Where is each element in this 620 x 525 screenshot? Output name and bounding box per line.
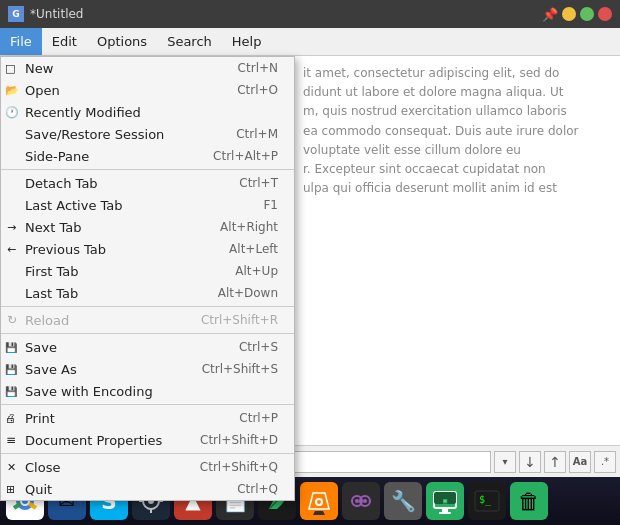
reload-icon: ↻ [7,313,17,327]
save-enc-icon: 💾 [5,386,17,397]
menu-save-restore[interactable]: Save/Restore Session Ctrl+M [1,123,294,145]
menu-help[interactable]: Help [222,28,272,55]
next-arrow-icon: → [7,221,16,234]
menu-new[interactable]: □ New Ctrl+N [1,57,294,79]
recently-icon: 🕐 [5,106,19,119]
prev-arrow-icon: ← [7,243,16,256]
app-icon: G [8,6,24,22]
window-title: *Untitled [30,7,83,21]
close-menu-icon: ✕ [7,461,16,474]
menu-recently-modified[interactable]: 🕐 Recently Modified [1,101,294,123]
menu-save-encoding[interactable]: 💾 Save with Encoding [1,380,294,402]
search-up-btn[interactable]: ↑ [544,451,566,473]
titlebar-left: G *Untitled [8,6,83,22]
editor-area[interactable]: it amet, consectetur adipiscing elit, se… [295,56,620,445]
separator-2 [1,306,294,307]
taskbar-terminal[interactable]: $_ [468,482,506,520]
menu-last-tab[interactable]: Last Tab Alt+Down [1,282,294,304]
menu-edit[interactable]: Edit [42,28,87,55]
titlebar: G *Untitled 📌 [0,0,620,28]
svg-point-14 [317,500,321,504]
menu-first-tab[interactable]: First Tab Alt+Up [1,260,294,282]
taskbar-owl[interactable] [342,482,380,520]
menu-detach-tab[interactable]: Detach Tab Ctrl+T [1,172,294,194]
main-area: □ New Ctrl+N 📂 Open Ctrl+O 🕐 Recently Mo… [0,56,620,445]
menu-save[interactable]: 💾 Save Ctrl+S [1,336,294,358]
svg-marker-12 [313,511,325,515]
new-icon: □ [5,62,15,75]
taskbar-monitor[interactable]: ▣ [426,482,464,520]
save-as-icon: 💾 [5,364,17,375]
menubar: File Edit Options Search Help [0,28,620,56]
quit-icon: ⊞ [6,483,15,496]
menu-options[interactable]: Options [87,28,157,55]
menu-file[interactable]: File [0,28,42,55]
search-down-btn[interactable]: ↓ [519,451,541,473]
case-sensitive-btn[interactable]: Aa [569,451,591,473]
menu-close[interactable]: ✕ Close Ctrl+Shift+Q [1,456,294,478]
menu-print[interactable]: 🖨 Print Ctrl+P [1,407,294,429]
pin-icon[interactable]: 📌 [542,7,558,22]
svg-rect-22 [439,512,451,514]
menu-reload: ↻ Reload Ctrl+Shift+R [1,309,294,331]
search-dropdown-btn[interactable]: ▾ [494,451,516,473]
print-icon: 🖨 [5,412,16,425]
svg-point-17 [355,499,359,503]
menu-quit[interactable]: ⊞ Quit Ctrl+Q [1,478,294,500]
separator-3 [1,333,294,334]
file-dropdown: □ New Ctrl+N 📂 Open Ctrl+O 🕐 Recently Mo… [0,56,295,501]
save-icon: 💾 [5,342,17,353]
minimize-button[interactable] [562,7,576,21]
menu-next-tab[interactable]: → Next Tab Alt+Right [1,216,294,238]
taskbar-trash[interactable]: 🗑 [510,482,548,520]
menu-prev-tab[interactable]: ← Previous Tab Alt+Left [1,238,294,260]
taskbar-tools[interactable]: 🔧 [384,482,422,520]
close-button[interactable] [598,7,612,21]
separator-4 [1,404,294,405]
svg-point-18 [363,499,367,503]
regex-btn[interactable]: .* [594,451,616,473]
window-controls: 📌 [542,7,612,22]
doc-props-icon: ≡ [6,433,16,447]
open-icon: 📂 [5,84,19,97]
editor-content: it amet, consectetur adipiscing elit, se… [303,64,612,198]
menu-save-as[interactable]: 💾 Save As Ctrl+Shift+S [1,358,294,380]
menu-side-pane[interactable]: Side-Pane Ctrl+Alt+P [1,145,294,167]
menu-search[interactable]: Search [157,28,222,55]
svg-text:$_: $_ [479,494,492,506]
menu-open[interactable]: 📂 Open Ctrl+O [1,79,294,101]
separator-1 [1,169,294,170]
taskbar-vlc[interactable] [300,482,338,520]
maximize-button[interactable] [580,7,594,21]
svg-rect-21 [442,509,448,512]
menu-last-active-tab[interactable]: Last Active Tab F1 [1,194,294,216]
menu-doc-props[interactable]: ≡ Document Properties Ctrl+Shift+D [1,429,294,451]
svg-text:G: G [12,9,19,19]
separator-5 [1,453,294,454]
